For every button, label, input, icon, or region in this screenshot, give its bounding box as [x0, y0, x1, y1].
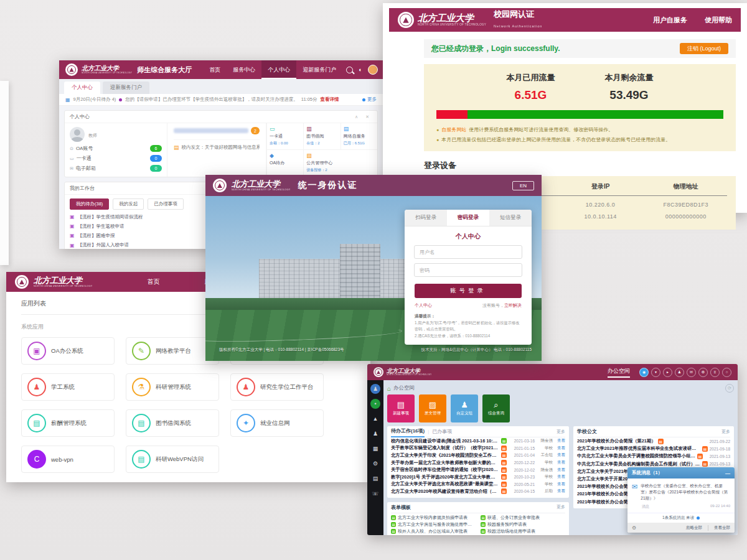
header-icon[interactable]: ⚙ — [698, 368, 708, 377]
header-icon[interactable]: ♟ — [675, 368, 684, 377]
form-template-link[interactable]: ▤ 校园服务预约申请表 — [481, 521, 565, 528]
nav-link[interactable]: 使用帮助 — [705, 16, 732, 25]
quick-tile[interactable]: ▧ 公共管理中心 设备报修：2 — [303, 150, 340, 177]
notice-detail-link[interactable]: 查看详情 — [321, 96, 339, 103]
done-items-button[interactable]: 已办理事项 — [148, 198, 184, 210]
sidebar-icon[interactable]: ▲ — [370, 414, 380, 424]
app-card[interactable]: ▤ 科研WebVPN访问 — [126, 446, 219, 473]
todo-row[interactable]: 校内信息化项目建设申请表(隋金强 2021-03-16 10:47) ▤ 202… — [391, 437, 565, 445]
doc-row[interactable]: 中共北方工业大学委员会机构编制委员会工作规则（试行）（… ▤ 2021-09-1… — [577, 460, 730, 468]
todo-row[interactable]: 教字[2020]1号 关于评选2020年度北方工业大学教学名师、青… ▤ 202… — [391, 474, 565, 481]
password-input[interactable] — [414, 263, 522, 277]
tab-personal-center[interactable]: 个人中心 — [64, 82, 100, 94]
self-service-link[interactable]: 自服务网站 — [441, 125, 466, 135]
account-row[interactable]: ▭ 一卡通 0 — [70, 155, 162, 162]
notice-more[interactable]: 更多 — [362, 96, 377, 103]
message-row[interactable]: ▤ 校内发文：关于做好校园网络与信息系统安全工作的通知 — [174, 139, 260, 151]
workspace-label[interactable]: 办公空间 — [608, 367, 630, 378]
quick-tile[interactable]: ♟ 自定义组 — [451, 394, 478, 422]
nav-home[interactable]: 首页 — [148, 278, 160, 286]
form-template-link[interactable]: ▤ 校外人员入校、办公区域出入审批表 — [391, 528, 476, 535]
app-card[interactable]: ♟ 研究生学位工作平台 — [230, 373, 324, 401]
header-icon[interactable]: ▸ — [663, 368, 672, 377]
doc-row[interactable]: 北方工业大学2021年推荐优秀应届本科毕业生免试攻读研究生… ▤ 2021-09… — [577, 445, 730, 452]
form-template-link[interactable]: ▤ 校园活动场地使用申请表 — [481, 528, 565, 535]
nav-freshman-portal[interactable]: 迎新服务门户 — [296, 60, 342, 79]
todo-row[interactable]: 关于教学区车辆登记准入制度（试行）（校字[2021]1号） ▤ 2021-01-… — [391, 445, 565, 452]
view-link[interactable]: 查看 — [555, 452, 565, 458]
quick-tile[interactable]: ▥ 图书借阅 在借：2 — [303, 123, 340, 150]
login-button[interactable]: 账号登录 — [415, 284, 522, 298]
quick-tile[interactable]: ▨ 发文管理 — [419, 394, 446, 422]
refresh-icon[interactable]: ⟳ — [725, 384, 734, 393]
form-template-link[interactable]: ▤ 联通、公务订票业务审批表 — [481, 515, 565, 521]
app-card[interactable]: ▤ 图书借阅系统 — [126, 409, 219, 437]
sidebar-icon[interactable]: ▤ — [370, 474, 380, 483]
account-row[interactable]: ✉ 电子邮箱 0 — [70, 165, 162, 172]
more-link[interactable]: 更多 — [721, 429, 730, 435]
home-icon[interactable]: ⌂ — [387, 385, 391, 392]
doc-row[interactable]: 中共北方工业大学委员会关于调整校园疫情防控领导小组… ▤ 2021-09-13 — [577, 452, 730, 460]
form-template-link[interactable]: ▤ 北方工业大学房屋与服务设施使用申请表 — [391, 521, 476, 528]
resolve-link[interactable]: 立即解决 — [504, 303, 522, 307]
header-icon[interactable]: ≡ — [710, 368, 720, 377]
view-link[interactable]: 查看 — [555, 488, 565, 494]
nav-service-center[interactable]: 服务中心 — [227, 60, 261, 79]
quick-tile[interactable]: ▭ 一卡通 余额：0.00 — [266, 123, 303, 150]
todo-row[interactable]: 关于宿舍区临时停车位使用申请的通知（校字[2020]17号） ▤ 2020-12… — [391, 466, 565, 474]
view-link[interactable]: 查看 — [555, 474, 565, 480]
tab-done-work[interactable]: 已办事项 — [432, 428, 452, 435]
tab-todo-work[interactable]: 待办工作(16项) — [391, 426, 425, 437]
sidebar-icon[interactable]: • — [370, 399, 380, 409]
app-card[interactable]: ♟ 学工系统 — [21, 373, 115, 401]
sidebar-icon[interactable]: ♟ — [370, 384, 380, 394]
logout-button[interactable]: 注销 (Logout) — [680, 43, 728, 54]
app-card[interactable]: ⚗ 科研管理系统 — [126, 373, 219, 401]
gear-icon[interactable]: ⚙ — [632, 525, 636, 531]
view-link[interactable]: 查看 — [555, 460, 565, 465]
quick-tile[interactable]: ▤ 新建事项 — [387, 394, 415, 422]
more-link[interactable]: 更多 — [557, 429, 565, 435]
tab-freshman-portal[interactable]: 迎新服务门户 — [103, 82, 149, 94]
my-initiated-button[interactable]: 我的发起 — [113, 198, 144, 210]
todo-row[interactable]: 北方工业大学关于评选北京市高校思政课“最美课堂”的通… ▤ 2020-05-21… — [391, 481, 565, 488]
app-card[interactable]: ✦ 就业信息网 — [230, 409, 324, 437]
popup-message[interactable]: 学校办公室（党委办公室、校长办公室、机要室）发布公告《2021年学校校长办公会简… — [641, 483, 730, 502]
sidebar-icon[interactable]: ⚙ — [370, 459, 380, 469]
view-link[interactable]: 查看 — [555, 438, 565, 444]
view-link[interactable]: 查看 — [555, 446, 565, 451]
avatar[interactable] — [368, 65, 378, 75]
quick-tile[interactable]: ◆ OA待办 — [266, 150, 303, 177]
account-row[interactable]: ⊙ OA账号 6 — [70, 145, 162, 152]
search-icon[interactable] — [346, 67, 353, 73]
nav-link[interactable]: 用户自服务 — [653, 16, 687, 25]
my-todo-button[interactable]: 我的待办(38) — [70, 198, 109, 210]
view-link[interactable]: 查看 — [555, 482, 565, 487]
header-icon[interactable]: ○ — [722, 368, 731, 377]
todo-row[interactable]: 北方工业大学关于印发《2021年校园消防安全工作要点》的通… ▤ 2021-01… — [391, 452, 565, 459]
ignore-all-link[interactable]: 忽略全部 — [686, 525, 702, 531]
quick-tile[interactable]: ⌕ 综合查询 — [482, 394, 510, 422]
theme-icon[interactable]: ◐ — [359, 67, 362, 73]
todo-row[interactable]: 关于举办第一届北方工业大学教师教学创新大赛的通知（通… ▤ 2020-12-22… — [391, 459, 565, 467]
username-input[interactable] — [414, 245, 522, 259]
sidebar-icon[interactable]: ♟ — [370, 429, 380, 439]
tab-password-login[interactable]: 密码登录 — [447, 210, 489, 226]
minimize-icon[interactable]: — — [725, 470, 730, 476]
todo-row[interactable]: 北方工业大学2020年校风建设宣传教育活动介绍（试读（202… ▤ 2020-0… — [391, 488, 565, 495]
nav-home[interactable]: 首页 — [203, 60, 227, 79]
tab-sms-login[interactable]: 短信登录 — [489, 210, 532, 226]
more-link[interactable]: 更多 — [557, 504, 565, 510]
notice-bar[interactable]: ▦ 9月20日(今日待办 4) 您的【请假申请】已办理至环节【学生疫情外出返校审… — [59, 94, 383, 106]
app-card[interactable]: C web-vpn — [21, 446, 115, 473]
app-card[interactable]: ▣ OA办公系统 — [21, 337, 115, 365]
doc-row[interactable]: 2021年学校校长办公会简报（第21期） ▤ 2021-09-22 — [577, 437, 730, 445]
header-icon[interactable]: ▾ — [651, 368, 660, 377]
language-toggle-button[interactable]: EN — [512, 181, 534, 190]
personal-center-link[interactable]: 个人中心 — [415, 302, 432, 309]
form-template-link[interactable]: ▤ 北方工业大学校内参观及拍摄申请表 — [391, 515, 476, 521]
nav-personal-center[interactable]: 个人中心 — [261, 60, 296, 79]
sidebar-icon[interactable]: ☏ — [370, 488, 380, 498]
app-card[interactable]: ▤ 薪酬管理系统 — [21, 409, 115, 437]
sidebar-icon[interactable]: ▦ — [370, 444, 380, 454]
